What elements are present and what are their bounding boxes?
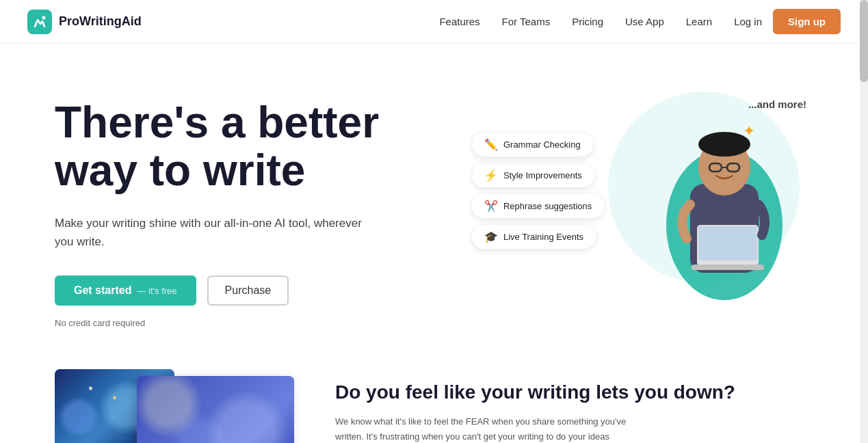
- no-credit-text: No credit card required: [55, 318, 472, 328]
- pill-rephrase: ✂️ Rephrase suggestions: [472, 194, 604, 218]
- nav-features[interactable]: Features: [439, 16, 479, 27]
- second-section: My idea in my head Do you feel like your…: [0, 355, 868, 443]
- scrollbar-thumb[interactable]: [860, 0, 868, 82]
- swirly-art: [137, 376, 294, 443]
- nav-links: Features For Teams Pricing Use App Learn: [439, 16, 712, 28]
- grammar-icon: ✏️: [484, 138, 498, 151]
- logo-link[interactable]: ProWritingAid: [27, 10, 142, 34]
- signup-button[interactable]: Sign up: [773, 9, 841, 34]
- hero-right: ...and more! ✦: [472, 85, 813, 317]
- svg-point-4: [698, 132, 750, 157]
- second-section-title: Do you feel like your writing lets you d…: [335, 380, 813, 405]
- training-icon: 🎓: [484, 230, 498, 243]
- rephrase-icon: ✂️: [484, 200, 498, 213]
- nav-pricing[interactable]: Pricing: [572, 16, 603, 27]
- navigation: ProWritingAid Features For Teams Pricing…: [0, 0, 868, 44]
- free-label: — it's free: [137, 286, 176, 296]
- style-icon: ⚡: [484, 169, 498, 182]
- svg-point-0: [42, 16, 46, 19]
- scrollbar[interactable]: [860, 0, 868, 443]
- hero-section: There's a better way to write Make your …: [0, 44, 868, 355]
- artwork-stack: My idea in my head: [55, 369, 294, 443]
- pill-style-label: Style Improvements: [503, 170, 582, 180]
- hero-illustration: ...and more! ✦: [472, 85, 813, 317]
- hero-subtitle: Make your writing shine with our all-in-…: [55, 214, 383, 251]
- pill-rephrase-label: Rephrase suggestions: [503, 201, 592, 211]
- second-section-right: Do you feel like your writing lets you d…: [335, 380, 813, 443]
- logo-text: ProWritingAid: [59, 14, 142, 29]
- pill-style: ⚡ Style Improvements: [472, 163, 594, 187]
- pill-grammar-label: Grammar Checking: [503, 139, 581, 150]
- purchase-button[interactable]: Purchase: [207, 276, 289, 306]
- logo-icon: [27, 10, 52, 34]
- person-illustration: [615, 88, 793, 307]
- svg-rect-10: [692, 265, 764, 270]
- hero-buttons: Get started — it's free Purchase: [55, 276, 472, 306]
- hero-title: There's a better way to write: [55, 98, 472, 195]
- nav-for-teams[interactable]: For Teams: [502, 16, 551, 27]
- pill-training-label: Live Training Events: [503, 232, 583, 242]
- pill-training: 🎓 Live Training Events: [472, 225, 596, 249]
- second-section-description: We know what it's like to feel the FEAR …: [335, 414, 636, 443]
- nav-learn[interactable]: Learn: [686, 16, 712, 27]
- login-button[interactable]: Log in: [734, 16, 762, 27]
- hero-left: There's a better way to write Make your …: [55, 85, 472, 328]
- pill-grammar: ✏️ Grammar Checking: [472, 133, 593, 157]
- feature-pills: ✏️ Grammar Checking ⚡ Style Improvements…: [472, 133, 604, 249]
- get-started-button[interactable]: Get started — it's free: [55, 276, 196, 306]
- svg-rect-9: [698, 226, 757, 260]
- nav-use-app[interactable]: Use App: [625, 16, 664, 27]
- artwork-front: [137, 376, 294, 443]
